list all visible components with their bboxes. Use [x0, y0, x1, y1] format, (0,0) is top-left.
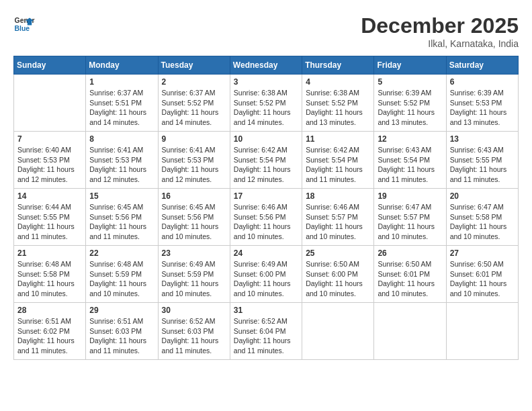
day-number: 3: [234, 77, 298, 87]
cell-info: Sunrise: 6:50 AM Sunset: 6:00 PM Dayligh…: [306, 259, 370, 299]
cell-2-4: 10Sunrise: 6:42 AM Sunset: 5:54 PM Dayli…: [230, 132, 302, 189]
day-number: 24: [234, 248, 298, 258]
svg-text:Blue: Blue: [15, 25, 30, 32]
cell-info: Sunrise: 6:50 AM Sunset: 6:01 PM Dayligh…: [450, 259, 515, 299]
cell-4-1: 21Sunrise: 6:48 AM Sunset: 5:58 PM Dayli…: [14, 246, 86, 303]
cell-info: Sunrise: 6:50 AM Sunset: 6:01 PM Dayligh…: [378, 259, 442, 299]
day-number: 16: [162, 191, 226, 201]
cell-3-5: 18Sunrise: 6:46 AM Sunset: 5:57 PM Dayli…: [302, 189, 374, 246]
cell-info: Sunrise: 6:41 AM Sunset: 5:53 PM Dayligh…: [162, 145, 226, 185]
day-number: 12: [378, 134, 442, 144]
week-row-5: 28Sunrise: 6:51 AM Sunset: 6:02 PM Dayli…: [14, 303, 519, 360]
cell-5-7: [446, 303, 518, 360]
cell-5-3: 30Sunrise: 6:52 AM Sunset: 6:03 PM Dayli…: [158, 303, 230, 360]
day-number: 2: [162, 77, 226, 87]
day-number: 17: [234, 191, 298, 201]
weekday-header-row: Sunday Monday Tuesday Wednesday Thursday…: [14, 56, 519, 75]
week-row-1: 1Sunrise: 6:37 AM Sunset: 5:51 PM Daylig…: [14, 75, 519, 132]
cell-info: Sunrise: 6:46 AM Sunset: 5:56 PM Dayligh…: [234, 202, 298, 242]
cell-info: Sunrise: 6:52 AM Sunset: 6:03 PM Dayligh…: [162, 316, 226, 356]
cell-4-3: 23Sunrise: 6:49 AM Sunset: 5:59 PM Dayli…: [158, 246, 230, 303]
cell-info: Sunrise: 6:51 AM Sunset: 6:03 PM Dayligh…: [89, 316, 154, 356]
cell-1-1: [14, 75, 86, 132]
logo: General Blue: [13, 13, 35, 35]
calendar-table: Sunday Monday Tuesday Wednesday Thursday…: [13, 56, 519, 360]
cell-1-3: 2Sunrise: 6:37 AM Sunset: 5:52 PM Daylig…: [158, 75, 230, 132]
day-number: 27: [450, 248, 515, 258]
day-number: 14: [17, 191, 82, 201]
cell-5-6: [374, 303, 446, 360]
header-monday: Monday: [86, 56, 158, 75]
header-saturday: Saturday: [446, 56, 518, 75]
cell-5-5: [302, 303, 374, 360]
cell-3-2: 15Sunrise: 6:45 AM Sunset: 5:56 PM Dayli…: [86, 189, 158, 246]
cell-3-6: 19Sunrise: 6:47 AM Sunset: 5:57 PM Dayli…: [374, 189, 446, 246]
day-number: 10: [234, 134, 298, 144]
cell-2-7: 13Sunrise: 6:43 AM Sunset: 5:55 PM Dayli…: [446, 132, 518, 189]
cell-info: Sunrise: 6:37 AM Sunset: 5:52 PM Dayligh…: [162, 88, 226, 128]
cell-info: Sunrise: 6:52 AM Sunset: 6:04 PM Dayligh…: [234, 316, 298, 356]
header-sunday: Sunday: [14, 56, 86, 75]
day-number: 4: [306, 77, 370, 87]
cell-info: Sunrise: 6:47 AM Sunset: 5:58 PM Dayligh…: [450, 202, 515, 242]
cell-3-3: 16Sunrise: 6:45 AM Sunset: 5:56 PM Dayli…: [158, 189, 230, 246]
cell-1-2: 1Sunrise: 6:37 AM Sunset: 5:51 PM Daylig…: [86, 75, 158, 132]
cell-info: Sunrise: 6:45 AM Sunset: 5:56 PM Dayligh…: [162, 202, 226, 242]
cell-info: Sunrise: 6:41 AM Sunset: 5:53 PM Dayligh…: [89, 145, 154, 185]
cell-4-5: 25Sunrise: 6:50 AM Sunset: 6:00 PM Dayli…: [302, 246, 374, 303]
cell-2-6: 12Sunrise: 6:43 AM Sunset: 5:54 PM Dayli…: [374, 132, 446, 189]
cell-1-6: 5Sunrise: 6:39 AM Sunset: 5:52 PM Daylig…: [374, 75, 446, 132]
day-number: 15: [89, 191, 154, 201]
title-block: December 2025 Ilkal, Karnataka, India: [361, 13, 519, 49]
cell-5-4: 31Sunrise: 6:52 AM Sunset: 6:04 PM Dayli…: [230, 303, 302, 360]
cell-info: Sunrise: 6:43 AM Sunset: 5:54 PM Dayligh…: [378, 145, 442, 185]
day-number: 29: [89, 306, 154, 315]
day-number: 28: [17, 306, 82, 315]
cell-2-1: 7Sunrise: 6:40 AM Sunset: 5:53 PM Daylig…: [14, 132, 86, 189]
cell-4-7: 27Sunrise: 6:50 AM Sunset: 6:01 PM Dayli…: [446, 246, 518, 303]
day-number: 18: [306, 191, 370, 201]
cell-3-1: 14Sunrise: 6:44 AM Sunset: 5:55 PM Dayli…: [14, 189, 86, 246]
cell-3-7: 20Sunrise: 6:47 AM Sunset: 5:58 PM Dayli…: [446, 189, 518, 246]
day-number: 25: [306, 248, 370, 258]
cell-info: Sunrise: 6:38 AM Sunset: 5:52 PM Dayligh…: [234, 88, 298, 128]
cell-info: Sunrise: 6:42 AM Sunset: 5:54 PM Dayligh…: [234, 145, 298, 185]
day-number: 20: [450, 191, 515, 201]
cell-info: Sunrise: 6:49 AM Sunset: 6:00 PM Dayligh…: [234, 259, 298, 299]
day-number: 30: [162, 306, 226, 315]
month-title: December 2025: [361, 13, 519, 38]
cell-5-1: 28Sunrise: 6:51 AM Sunset: 6:02 PM Dayli…: [14, 303, 86, 360]
cell-1-5: 4Sunrise: 6:38 AM Sunset: 5:52 PM Daylig…: [302, 75, 374, 132]
day-number: 23: [162, 248, 226, 258]
day-number: 21: [17, 248, 82, 258]
cell-info: Sunrise: 6:49 AM Sunset: 5:59 PM Dayligh…: [162, 259, 226, 299]
cell-info: Sunrise: 6:44 AM Sunset: 5:55 PM Dayligh…: [17, 202, 82, 242]
day-number: 26: [378, 248, 442, 258]
week-row-4: 21Sunrise: 6:48 AM Sunset: 5:58 PM Dayli…: [14, 246, 519, 303]
day-number: 7: [17, 134, 82, 144]
week-row-2: 7Sunrise: 6:40 AM Sunset: 5:53 PM Daylig…: [14, 132, 519, 189]
logo-icon: General Blue: [13, 13, 35, 35]
cell-4-4: 24Sunrise: 6:49 AM Sunset: 6:00 PM Dayli…: [230, 246, 302, 303]
header-thursday: Thursday: [302, 56, 374, 75]
cell-info: Sunrise: 6:38 AM Sunset: 5:52 PM Dayligh…: [306, 88, 370, 128]
header-friday: Friday: [374, 56, 446, 75]
day-number: 8: [89, 134, 154, 144]
cell-1-7: 6Sunrise: 6:39 AM Sunset: 5:53 PM Daylig…: [446, 75, 518, 132]
cell-2-5: 11Sunrise: 6:42 AM Sunset: 5:54 PM Dayli…: [302, 132, 374, 189]
page-header: General Blue December 2025 Ilkal, Karnat…: [13, 13, 519, 49]
cell-info: Sunrise: 6:48 AM Sunset: 5:59 PM Dayligh…: [89, 259, 154, 299]
cell-1-4: 3Sunrise: 6:38 AM Sunset: 5:52 PM Daylig…: [230, 75, 302, 132]
cell-5-2: 29Sunrise: 6:51 AM Sunset: 6:03 PM Dayli…: [86, 303, 158, 360]
day-number: 13: [450, 134, 515, 144]
cell-info: Sunrise: 6:40 AM Sunset: 5:53 PM Dayligh…: [17, 145, 82, 185]
day-number: 11: [306, 134, 370, 144]
cell-info: Sunrise: 6:42 AM Sunset: 5:54 PM Dayligh…: [306, 145, 370, 185]
location-subtitle: Ilkal, Karnataka, India: [361, 38, 519, 49]
day-number: 6: [450, 77, 515, 87]
cell-info: Sunrise: 6:39 AM Sunset: 5:53 PM Dayligh…: [450, 88, 515, 128]
cell-info: Sunrise: 6:48 AM Sunset: 5:58 PM Dayligh…: [17, 259, 82, 299]
header-wednesday: Wednesday: [230, 56, 302, 75]
cell-2-3: 9Sunrise: 6:41 AM Sunset: 5:53 PM Daylig…: [158, 132, 230, 189]
cell-info: Sunrise: 6:43 AM Sunset: 5:55 PM Dayligh…: [450, 145, 515, 185]
